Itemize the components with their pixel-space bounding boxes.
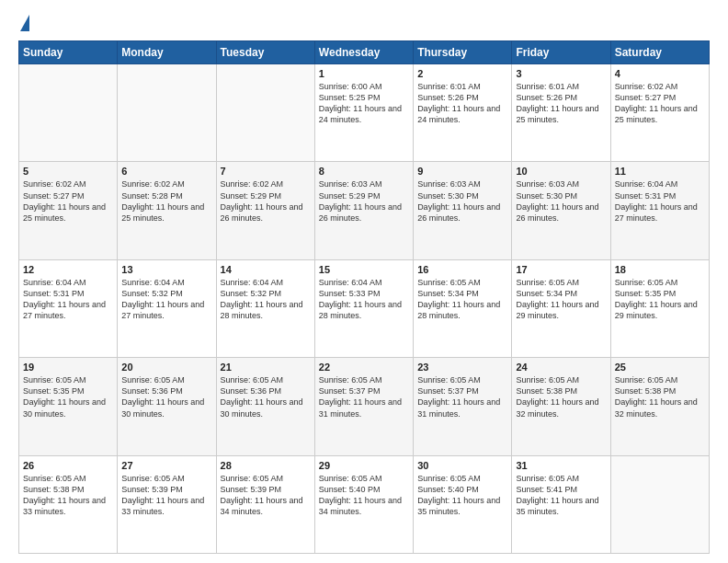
day-info: Sunrise: 6:02 AMSunset: 5:27 PMDaylight:…	[23, 178, 113, 224]
day-number: 18	[615, 264, 705, 275]
day-number: 14	[221, 264, 311, 275]
calendar-cell: 19Sunrise: 6:05 AMSunset: 5:35 PMDayligh…	[19, 358, 118, 455]
day-number: 8	[319, 166, 409, 177]
calendar-cell: 8Sunrise: 6:03 AMSunset: 5:29 PMDaylight…	[314, 162, 413, 259]
calendar-cell: 1Sunrise: 6:00 AMSunset: 5:25 PMDaylight…	[314, 64, 413, 162]
calendar-cell: 20Sunrise: 6:05 AMSunset: 5:36 PMDayligh…	[118, 358, 216, 455]
calendar-cell: 14Sunrise: 6:04 AMSunset: 5:32 PMDayligh…	[216, 259, 314, 357]
calendar-cell: 29Sunrise: 6:05 AMSunset: 5:40 PMDayligh…	[314, 455, 413, 553]
header	[18, 15, 710, 33]
calendar-cell: 24Sunrise: 6:05 AMSunset: 5:38 PMDayligh…	[512, 358, 610, 455]
day-info: Sunrise: 6:05 AMSunset: 5:34 PMDaylight:…	[417, 277, 507, 322]
calendar-header-monday: Monday	[118, 41, 216, 64]
calendar-cell: 30Sunrise: 6:05 AMSunset: 5:40 PMDayligh…	[414, 455, 512, 553]
calendar-cell: 22Sunrise: 6:05 AMSunset: 5:37 PMDayligh…	[314, 358, 413, 455]
day-number: 6	[121, 166, 211, 177]
day-info: Sunrise: 6:05 AMSunset: 5:38 PMDaylight:…	[516, 374, 606, 419]
calendar-header-wednesday: Wednesday	[314, 41, 413, 64]
day-info: Sunrise: 6:03 AMSunset: 5:30 PMDaylight:…	[516, 178, 606, 224]
day-info: Sunrise: 6:05 AMSunset: 5:35 PMDaylight:…	[23, 374, 113, 419]
calendar-cell	[610, 455, 709, 553]
day-info: Sunrise: 6:05 AMSunset: 5:36 PMDaylight:…	[221, 374, 311, 419]
day-info: Sunrise: 6:03 AMSunset: 5:29 PMDaylight:…	[319, 178, 409, 224]
calendar-cell: 5Sunrise: 6:02 AMSunset: 5:27 PMDaylight…	[19, 162, 118, 259]
day-info: Sunrise: 6:05 AMSunset: 5:38 PMDaylight:…	[23, 473, 113, 518]
day-info: Sunrise: 6:05 AMSunset: 5:37 PMDaylight:…	[417, 374, 507, 419]
day-number: 16	[417, 264, 507, 275]
calendar-cell: 16Sunrise: 6:05 AMSunset: 5:34 PMDayligh…	[414, 259, 512, 357]
calendar-week-row: 19Sunrise: 6:05 AMSunset: 5:35 PMDayligh…	[19, 358, 710, 455]
day-number: 22	[319, 362, 409, 373]
calendar-header-sunday: Sunday	[19, 41, 118, 64]
day-number: 15	[319, 264, 409, 275]
day-info: Sunrise: 6:04 AMSunset: 5:33 PMDaylight:…	[319, 277, 409, 322]
day-info: Sunrise: 6:05 AMSunset: 5:40 PMDaylight:…	[417, 473, 507, 518]
calendar-cell: 3Sunrise: 6:01 AMSunset: 5:26 PMDaylight…	[512, 64, 610, 162]
day-info: Sunrise: 6:02 AMSunset: 5:27 PMDaylight:…	[615, 81, 705, 126]
calendar-cell: 26Sunrise: 6:05 AMSunset: 5:38 PMDayligh…	[19, 455, 118, 553]
day-number: 9	[417, 166, 507, 177]
day-number: 30	[417, 460, 507, 471]
page: SundayMondayTuesdayWednesdayThursdayFrid…	[0, 0, 728, 563]
calendar-cell: 9Sunrise: 6:03 AMSunset: 5:30 PMDaylight…	[414, 162, 512, 259]
day-info: Sunrise: 6:05 AMSunset: 5:40 PMDaylight:…	[319, 473, 409, 518]
day-number: 24	[516, 362, 606, 373]
calendar-cell: 18Sunrise: 6:05 AMSunset: 5:35 PMDayligh…	[610, 259, 709, 357]
calendar-header-friday: Friday	[512, 41, 610, 64]
calendar-cell: 17Sunrise: 6:05 AMSunset: 5:34 PMDayligh…	[512, 259, 610, 357]
day-info: Sunrise: 6:04 AMSunset: 5:31 PMDaylight:…	[23, 277, 113, 322]
logo	[18, 15, 29, 33]
calendar-cell: 7Sunrise: 6:02 AMSunset: 5:29 PMDaylight…	[216, 162, 314, 259]
day-info: Sunrise: 6:05 AMSunset: 5:37 PMDaylight:…	[319, 374, 409, 419]
day-number: 23	[417, 362, 507, 373]
calendar-cell: 15Sunrise: 6:04 AMSunset: 5:33 PMDayligh…	[314, 259, 413, 357]
day-number: 4	[615, 68, 705, 79]
day-number: 3	[516, 68, 606, 79]
day-number: 1	[319, 68, 409, 79]
calendar-cell: 12Sunrise: 6:04 AMSunset: 5:31 PMDayligh…	[19, 259, 118, 357]
calendar-cell: 13Sunrise: 6:04 AMSunset: 5:32 PMDayligh…	[118, 259, 216, 357]
calendar-cell	[216, 64, 314, 162]
calendar-cell: 2Sunrise: 6:01 AMSunset: 5:26 PMDaylight…	[414, 64, 512, 162]
day-number: 17	[516, 264, 606, 275]
day-info: Sunrise: 6:05 AMSunset: 5:36 PMDaylight:…	[121, 374, 211, 419]
calendar-cell: 11Sunrise: 6:04 AMSunset: 5:31 PMDayligh…	[610, 162, 709, 259]
calendar-cell: 25Sunrise: 6:05 AMSunset: 5:38 PMDayligh…	[610, 358, 709, 455]
calendar-cell	[19, 64, 118, 162]
day-number: 29	[319, 460, 409, 471]
day-number: 12	[23, 264, 113, 275]
calendar-cell: 27Sunrise: 6:05 AMSunset: 5:39 PMDayligh…	[118, 455, 216, 553]
calendar-header-thursday: Thursday	[414, 41, 512, 64]
calendar: SundayMondayTuesdayWednesdayThursdayFrid…	[18, 40, 710, 554]
day-number: 7	[221, 166, 311, 177]
day-info: Sunrise: 6:05 AMSunset: 5:41 PMDaylight:…	[516, 473, 606, 518]
day-info: Sunrise: 6:05 AMSunset: 5:39 PMDaylight:…	[121, 473, 211, 518]
day-info: Sunrise: 6:03 AMSunset: 5:30 PMDaylight:…	[417, 178, 507, 224]
day-info: Sunrise: 6:02 AMSunset: 5:28 PMDaylight:…	[121, 178, 211, 224]
logo-triangle-icon	[20, 15, 29, 31]
calendar-cell: 10Sunrise: 6:03 AMSunset: 5:30 PMDayligh…	[512, 162, 610, 259]
day-info: Sunrise: 6:05 AMSunset: 5:34 PMDaylight:…	[516, 277, 606, 322]
day-info: Sunrise: 6:04 AMSunset: 5:31 PMDaylight:…	[615, 178, 705, 224]
day-number: 26	[23, 460, 113, 471]
day-info: Sunrise: 6:04 AMSunset: 5:32 PMDaylight:…	[221, 277, 311, 322]
calendar-week-row: 5Sunrise: 6:02 AMSunset: 5:27 PMDaylight…	[19, 162, 710, 259]
day-info: Sunrise: 6:02 AMSunset: 5:29 PMDaylight:…	[221, 178, 311, 224]
day-number: 31	[516, 460, 606, 471]
day-number: 20	[121, 362, 211, 373]
calendar-cell	[118, 64, 216, 162]
day-number: 25	[615, 362, 705, 373]
day-number: 27	[121, 460, 211, 471]
calendar-cell: 31Sunrise: 6:05 AMSunset: 5:41 PMDayligh…	[512, 455, 610, 553]
day-info: Sunrise: 6:05 AMSunset: 5:38 PMDaylight:…	[615, 374, 705, 419]
calendar-header-tuesday: Tuesday	[216, 41, 314, 64]
day-info: Sunrise: 6:05 AMSunset: 5:35 PMDaylight:…	[615, 277, 705, 322]
day-number: 13	[121, 264, 211, 275]
calendar-header-saturday: Saturday	[610, 41, 709, 64]
day-info: Sunrise: 6:00 AMSunset: 5:25 PMDaylight:…	[319, 81, 409, 126]
day-number: 21	[221, 362, 311, 373]
day-number: 11	[615, 166, 705, 177]
day-info: Sunrise: 6:01 AMSunset: 5:26 PMDaylight:…	[516, 81, 606, 126]
day-number: 5	[23, 166, 113, 177]
day-number: 2	[417, 68, 507, 79]
